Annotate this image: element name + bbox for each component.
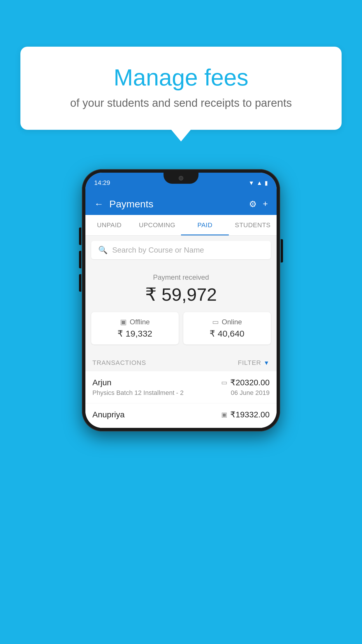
header-icons: ⚙ + <box>249 199 268 209</box>
transaction-desc: Physics Batch 12 Installment - 2 <box>92 389 184 397</box>
status-time: 14:29 <box>94 179 110 187</box>
search-bar[interactable]: 🔍 Search by Course or Name <box>91 241 271 259</box>
camera-dot <box>179 176 183 181</box>
transaction-row-bottom: Physics Batch 12 Installment - 2 06 June… <box>92 389 270 397</box>
signal-icon: ▲ <box>256 180 262 186</box>
table-row[interactable]: Arjun ▭ ₹20320.00 Physics Batch 12 Insta… <box>85 371 277 403</box>
transaction-row-top: Anupriya ▣ ₹19332.00 <box>92 410 270 419</box>
page-title: Payments <box>109 198 243 210</box>
payment-received-amount: ₹ 59,972 <box>91 284 271 305</box>
offline-label: Offline <box>130 318 150 326</box>
transaction-name: Arjun <box>92 378 111 387</box>
search-container: 🔍 Search by Course or Name <box>85 236 277 265</box>
offline-header: ▣ Offline <box>96 318 174 326</box>
search-placeholder: Search by Course or Name <box>112 246 204 255</box>
back-button[interactable]: ← <box>94 199 103 209</box>
transaction-amount-wrap: ▣ ₹19332.00 <box>221 410 270 419</box>
tab-students[interactable]: STUDENTS <box>229 215 277 235</box>
status-bar: 14:29 ▼ ▲ ▮ <box>85 173 277 193</box>
transactions-label: TRANSACTIONS <box>92 359 146 367</box>
speech-bubble: Manage fees of your students and send re… <box>20 47 342 130</box>
table-row[interactable]: Anupriya ▣ ₹19332.00 <box>85 403 277 428</box>
filter-label: FILTER <box>238 359 261 367</box>
filter-button[interactable]: FILTER ▼ <box>238 359 270 367</box>
phone-wrapper: 14:29 ▼ ▲ ▮ ← Payments ⚙ + <box>82 169 280 431</box>
bubble-subtitle: of your students and send receipts to pa… <box>35 97 327 109</box>
tab-upcoming[interactable]: UPCOMING <box>133 215 181 235</box>
transaction-type-icon: ▣ <box>221 411 227 419</box>
payment-cards: ▣ Offline ₹ 19,332 ▭ Online ₹ 40,640 <box>91 312 271 344</box>
bubble-title: Manage fees <box>35 64 327 91</box>
transaction-amount: ₹20320.00 <box>230 378 270 387</box>
phone-screen: 14:29 ▼ ▲ ▮ ← Payments ⚙ + <box>85 173 277 428</box>
transaction-list: Arjun ▭ ₹20320.00 Physics Batch 12 Insta… <box>85 371 277 428</box>
online-icon: ▭ <box>212 318 219 326</box>
transaction-amount: ₹19332.00 <box>230 410 270 419</box>
filter-icon: ▼ <box>263 360 270 366</box>
online-amount: ₹ 40,640 <box>188 328 266 339</box>
offline-card: ▣ Offline ₹ 19,332 <box>91 312 179 344</box>
app-header: ← Payments ⚙ + <box>85 193 277 215</box>
transaction-amount-wrap: ▭ ₹20320.00 <box>221 378 270 387</box>
search-icon: 🔍 <box>98 246 108 255</box>
transactions-header: TRANSACTIONS FILTER ▼ <box>85 353 277 371</box>
battery-icon: ▮ <box>265 179 268 186</box>
payment-received-label: Payment received <box>91 273 271 281</box>
tabs: UNPAID UPCOMING PAID STUDENTS <box>85 215 277 236</box>
status-icons: ▼ ▲ ▮ <box>248 179 268 186</box>
offline-icon: ▣ <box>120 318 127 326</box>
online-label: Online <box>222 318 242 326</box>
tab-paid[interactable]: PAID <box>181 215 229 235</box>
transaction-type-icon: ▭ <box>221 379 227 386</box>
notch <box>164 173 198 184</box>
transaction-date: 06 June 2019 <box>231 389 270 397</box>
online-card: ▭ Online ₹ 40,640 <box>183 312 271 344</box>
settings-icon[interactable]: ⚙ <box>249 199 257 209</box>
add-icon[interactable]: + <box>263 199 268 209</box>
transaction-name: Anupriya <box>92 410 125 419</box>
phone-outer: 14:29 ▼ ▲ ▮ ← Payments ⚙ + <box>82 169 280 431</box>
online-header: ▭ Online <box>188 318 266 326</box>
wifi-icon: ▼ <box>248 180 254 186</box>
payment-section: Payment received ₹ 59,972 ▣ Offline ₹ 19… <box>85 265 277 353</box>
tab-unpaid[interactable]: UNPAID <box>85 215 133 235</box>
offline-amount: ₹ 19,332 <box>96 328 174 339</box>
transaction-row-top: Arjun ▭ ₹20320.00 <box>92 378 270 387</box>
